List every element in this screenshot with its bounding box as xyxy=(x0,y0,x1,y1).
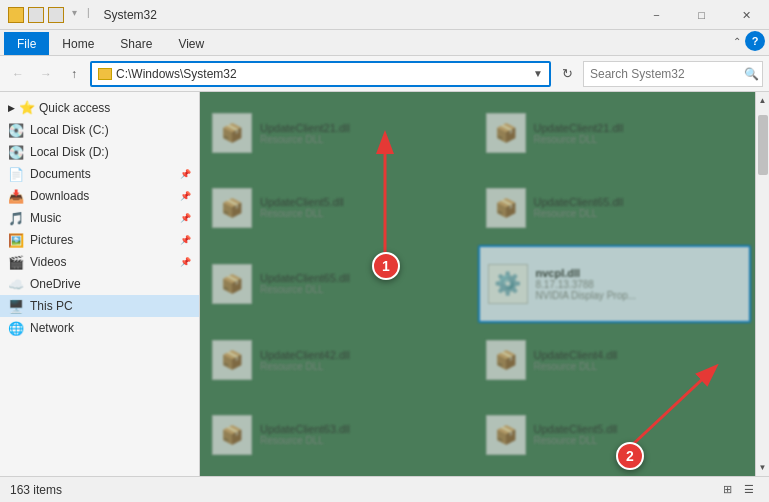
documents-label: Documents xyxy=(30,167,174,181)
file-type: Resource DLL xyxy=(534,361,744,372)
file-type: Resource DLL xyxy=(260,435,470,446)
file-name: UpdateClient4.dll xyxy=(534,349,744,361)
pictures-icon: 🖼️ xyxy=(8,232,24,248)
tab-view[interactable]: View xyxy=(165,32,217,55)
videos-icon: 🎬 xyxy=(8,254,24,270)
nvcpl-name: nvcpl.dll xyxy=(536,267,742,279)
file-name: UpdateClient65.dll xyxy=(260,272,470,284)
pictures-pin-icon: 📌 xyxy=(180,235,191,245)
nvcpl-version: 8.17.13.3788 xyxy=(536,279,742,290)
search-icon: 🔍 xyxy=(744,67,759,81)
downloads-icon: 📥 xyxy=(8,188,24,204)
view-buttons: ⊞ ☰ xyxy=(717,480,759,500)
maximize-button[interactable]: □ xyxy=(679,0,724,30)
tab-file[interactable]: File xyxy=(4,32,49,55)
file-thumbnail: 📦 xyxy=(486,415,526,455)
sidebar-item-onedrive[interactable]: ☁️ OneDrive xyxy=(0,273,199,295)
app-icon-undo xyxy=(48,7,64,23)
pictures-label: Pictures xyxy=(30,233,174,247)
forward-button[interactable]: → xyxy=(34,62,58,86)
quick-access-label: Quick access xyxy=(39,101,110,115)
list-item[interactable]: 📦 UpdateClient4.dll Resource DLL xyxy=(478,323,752,397)
scroll-track[interactable] xyxy=(756,109,769,459)
list-item[interactable]: 📦 UpdateClient65.dll Resource DLL xyxy=(478,170,752,244)
sidebar-item-downloads[interactable]: 📥 Downloads 📌 xyxy=(0,185,199,207)
scroll-down-button[interactable]: ▼ xyxy=(756,459,770,476)
search-box[interactable]: 🔍 xyxy=(583,61,763,87)
sidebar-item-local-disk-d[interactable]: 💽 Local Disk (D:) xyxy=(0,141,199,163)
tab-home[interactable]: Home xyxy=(49,32,107,55)
list-item[interactable]: 📦 UpdateClient65.dll Resource DLL xyxy=(204,245,478,323)
list-item[interactable]: 📦 UpdateClient21.dll Resource DLL xyxy=(204,96,478,170)
ribbon-tabs: File Home Share View ⌃ ? xyxy=(0,30,769,56)
local-disk-d-label: Local Disk (D:) xyxy=(30,145,191,159)
close-button[interactable]: ✕ xyxy=(724,0,769,30)
local-disk-c-label: Local Disk (C:) xyxy=(30,123,191,137)
file-name: UpdateClient5.dll xyxy=(534,423,744,435)
documents-pin-icon: 📌 xyxy=(180,169,191,179)
this-pc-label: This PC xyxy=(30,299,191,313)
address-dropdown-icon[interactable]: ▼ xyxy=(533,68,543,79)
help-button[interactable]: ? xyxy=(745,31,765,51)
file-info: UpdateClient21.dll Resource DLL xyxy=(534,122,744,145)
address-box[interactable]: C:\Windows\System32 ▼ xyxy=(90,61,551,87)
file-thumbnail: 📦 xyxy=(212,264,252,304)
scroll-up-button[interactable]: ▲ xyxy=(756,92,770,109)
status-bar: 163 items ⊞ ☰ xyxy=(0,476,769,502)
minimize-button[interactable]: − xyxy=(634,0,679,30)
downloads-label: Downloads xyxy=(30,189,174,203)
sidebar-item-quick-access[interactable]: ▶ ⭐ Quick access xyxy=(0,96,199,119)
nvcpl-info: nvcpl.dll 8.17.13.3788 NVIDIA Display Pr… xyxy=(536,267,742,301)
back-button[interactable]: ← xyxy=(6,62,30,86)
videos-pin-icon: 📌 xyxy=(180,257,191,267)
documents-icon: 📄 xyxy=(8,166,24,182)
ribbon-right: ⌃ ? xyxy=(733,31,765,55)
list-item[interactable]: 📦 UpdateClient63.dll Resource DLL xyxy=(204,398,478,472)
sidebar-item-music[interactable]: 🎵 Music 📌 xyxy=(0,207,199,229)
sidebar-item-network[interactable]: 🌐 Network xyxy=(0,317,199,339)
ribbon-collapse-icon[interactable]: ⌃ xyxy=(733,36,741,47)
file-info: UpdateClient63.dll Resource DLL xyxy=(260,423,470,446)
file-type: Resource DLL xyxy=(534,134,744,145)
file-info: UpdateClient21.dll Resource DLL xyxy=(260,122,470,145)
title-dropdown-arrow[interactable]: ▾ xyxy=(72,7,77,23)
nvcpl-thumbnail: ⚙️ xyxy=(488,264,528,304)
list-item[interactable]: 📦 UpdateClient21.dll Resource DLL xyxy=(478,96,752,170)
up-button[interactable]: ↑ xyxy=(62,62,86,86)
scrollbar[interactable]: ▲ ▼ xyxy=(755,92,769,476)
title-separator: | xyxy=(87,7,90,23)
file-thumbnail: 📦 xyxy=(212,188,252,228)
tab-share[interactable]: Share xyxy=(107,32,165,55)
item-count: 163 items xyxy=(10,483,62,497)
file-name: UpdateClient65.dll xyxy=(534,196,744,208)
sidebar-item-this-pc[interactable]: 🖥️ This PC xyxy=(0,295,199,317)
local-disk-d-icon: 💽 xyxy=(8,144,24,160)
file-type: Resource DLL xyxy=(260,134,470,145)
refresh-button[interactable]: ↻ xyxy=(555,62,579,86)
file-type: Resource DLL xyxy=(260,361,470,372)
main-layout: ▶ ⭐ Quick access 💽 Local Disk (C:) 💽 Loc… xyxy=(0,92,769,476)
list-item[interactable]: 📦 UpdateClient5.dll Resource DLL xyxy=(204,170,478,244)
search-input[interactable] xyxy=(590,67,740,81)
file-thumbnail: 📦 xyxy=(486,113,526,153)
sidebar-item-pictures[interactable]: 🖼️ Pictures 📌 xyxy=(0,229,199,251)
scroll-thumb[interactable] xyxy=(758,115,768,175)
list-item[interactable]: 📦 UpdateClient42.dll Resource DLL xyxy=(204,323,478,397)
content-wrapper: 📦 UpdateClient21.dll Resource DLL 📦 Upda… xyxy=(200,92,769,476)
sidebar-item-local-disk-c[interactable]: 💽 Local Disk (C:) xyxy=(0,119,199,141)
list-view-button[interactable]: ☰ xyxy=(739,480,759,500)
file-thumbnail: 📦 xyxy=(212,113,252,153)
network-label: Network xyxy=(30,321,191,335)
grid-view-button[interactable]: ⊞ xyxy=(717,480,737,500)
local-disk-c-icon: 💽 xyxy=(8,122,24,138)
title-bar-icons: ▾ | xyxy=(8,7,96,23)
file-grid: 📦 UpdateClient21.dll Resource DLL 📦 Upda… xyxy=(200,92,755,476)
file-name: UpdateClient21.dll xyxy=(534,122,744,134)
address-text: C:\Windows\System32 xyxy=(116,67,529,81)
list-item-nvcpl[interactable]: ⚙️ nvcpl.dll 8.17.13.3788 NVIDIA Display… xyxy=(478,245,752,323)
sidebar: ▶ ⭐ Quick access 💽 Local Disk (C:) 💽 Loc… xyxy=(0,92,200,476)
sidebar-item-videos[interactable]: 🎬 Videos 📌 xyxy=(0,251,199,273)
file-name: UpdateClient63.dll xyxy=(260,423,470,435)
sidebar-item-documents[interactable]: 📄 Documents 📌 xyxy=(0,163,199,185)
list-item[interactable]: 📦 UpdateClient5.dll Resource DLL xyxy=(478,398,752,472)
